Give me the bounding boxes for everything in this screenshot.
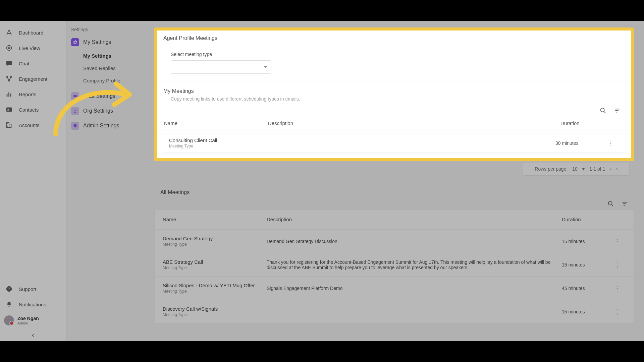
search-icon[interactable] [607, 200, 614, 207]
chat-icon [5, 60, 13, 67]
svg-point-10 [7, 109, 9, 110]
nav-contacts[interactable]: Contacts [0, 102, 66, 117]
avatar [4, 315, 14, 325]
row-menu-icon[interactable]: ⋮ [609, 284, 626, 292]
app-frame: Dashboard Live View Chat Engagement Repo… [0, 21, 644, 341]
help-icon: ? [5, 285, 13, 293]
nav-chat[interactable]: Chat [0, 56, 66, 71]
search-icon[interactable] [599, 107, 607, 114]
svg-rect-2 [6, 61, 12, 65]
table-row[interactable]: Consulting Client Call Meeting Type 30 m… [162, 133, 626, 153]
row-menu-icon[interactable]: ⋮ [609, 261, 626, 269]
col-name[interactable]: Name ↑ [164, 120, 268, 126]
row-type: Meeting Type [163, 265, 267, 270]
group-label: Chat Settings [83, 93, 115, 99]
sub-saved-replies[interactable]: Saved Replies [80, 62, 139, 74]
table-row[interactable]: ABE Strategy Call Meeting Type Thank you… [155, 253, 634, 276]
chevron-down-icon [264, 66, 267, 68]
svg-rect-9 [6, 108, 12, 112]
nav-label: Reports [19, 92, 37, 97]
chevron-down-icon: ▾ [582, 166, 585, 172]
pagination[interactable]: Rows per page: 10 ▾ 1-1 of 1 ‹ › [523, 163, 629, 175]
svg-point-3 [7, 76, 8, 78]
row-name: Silicon Slopes - Demo w/ YETI Mug Offer [163, 283, 267, 288]
row-duration: 15 minutes [562, 239, 609, 244]
letterbox-bottom [0, 341, 644, 362]
nav-engagement[interactable]: Engagement [0, 71, 66, 86]
agent-profile-card: Agent Profile Meetings Select meeting ty… [157, 31, 631, 81]
pager-next-icon[interactable]: › [616, 166, 618, 172]
nav-live-view[interactable]: Live View [0, 40, 66, 56]
branch-icon [5, 75, 13, 82]
nav-dashboard[interactable]: Dashboard [0, 25, 66, 40]
table-row[interactable]: Discovery Call w/Signals Meeting Type 15… [155, 300, 634, 323]
bell-icon [5, 301, 13, 308]
svg-rect-7 [8, 93, 9, 97]
svg-rect-8 [10, 94, 11, 97]
table-row[interactable]: Silicon Slopes - Demo w/ YETI Mug Offer … [155, 276, 634, 300]
nav-label: Dashboard [19, 30, 43, 36]
row-menu-icon[interactable]: ⋮ [609, 237, 626, 245]
row-type: Meeting Type [163, 289, 267, 294]
col-description[interactable]: Description [267, 217, 562, 222]
pager-range: 1-1 of 1 [589, 166, 605, 172]
svg-point-16 [74, 110, 76, 111]
svg-point-1 [8, 47, 10, 49]
row-menu-icon[interactable]: ⋮ [609, 308, 626, 316]
col-duration[interactable]: Duration [560, 120, 607, 126]
svg-text:?: ? [8, 287, 10, 291]
contact-card-icon [5, 106, 13, 113]
svg-point-5 [8, 80, 10, 81]
settings-group-chat[interactable]: Chat Settings [71, 92, 139, 100]
letterbox-top [0, 0, 644, 21]
row-menu-icon[interactable]: ⋮ [602, 139, 619, 147]
nav-label: Accounts [19, 122, 40, 128]
sub-my-settings[interactable]: My Settings [80, 50, 139, 62]
group-label: My Settings [83, 39, 111, 45]
nav-label: Engagement [19, 76, 47, 82]
settings-group-my[interactable]: My Settings [71, 38, 139, 46]
gear-icon [71, 38, 79, 46]
filter-icon[interactable] [621, 200, 629, 207]
nav-notifications[interactable]: Notifications [0, 297, 66, 312]
pager-prev-icon[interactable]: ‹ [610, 166, 611, 172]
svg-point-0 [7, 46, 12, 51]
chevron-left-icon: ‹ [32, 331, 34, 338]
row-name: Discovery Call w/Signals [163, 306, 267, 312]
col-name[interactable]: Name [163, 217, 267, 222]
target-icon [5, 44, 13, 52]
svg-rect-15 [73, 95, 76, 97]
left-nav: Dashboard Live View Chat Engagement Repo… [0, 21, 66, 341]
svg-point-18 [608, 201, 612, 205]
nav-accounts[interactable]: Accounts [0, 117, 66, 133]
collapse-sidebar[interactable]: ‹ [0, 329, 66, 341]
nav-reports[interactable]: Reports [0, 86, 66, 102]
row-type: Meeting Type [169, 144, 273, 148]
user-profile[interactable]: Zoe Ngan Admin [0, 312, 66, 329]
my-meetings-subtitle: Copy meeting links to use different sche… [157, 96, 631, 105]
settings-panel: Settings My Settings My Settings Saved R… [66, 21, 144, 341]
meeting-type-select[interactable] [171, 60, 271, 74]
row-name: ABE Strategy Call [163, 259, 267, 265]
org-settings-icon [71, 107, 79, 115]
row-name: Consulting Client Call [169, 137, 273, 143]
card-title: Agent Profile Meetings [157, 31, 631, 46]
nav-label: Notifications [19, 302, 46, 307]
filter-icon[interactable] [613, 107, 621, 114]
svg-rect-6 [7, 94, 8, 97]
settings-group-admin[interactable]: Admin Settings [71, 122, 139, 130]
nav-support[interactable]: ? Support [0, 281, 66, 297]
settings-group-org[interactable]: Org Settings [71, 107, 139, 115]
row-description: Signals Engagement Platform Demo [267, 286, 562, 291]
nav-label: Chat [19, 61, 30, 66]
row-type: Meeting Type [163, 312, 267, 317]
col-description[interactable]: Description [268, 120, 560, 126]
table-row[interactable]: Demand Gen Strategy Meeting Type Demand … [155, 229, 634, 253]
building-icon [5, 121, 13, 129]
col-duration[interactable]: Duration [562, 217, 609, 222]
row-duration: 30 minutes [555, 140, 602, 146]
highlighted-panel: Agent Profile Meetings Select meeting ty… [154, 27, 634, 161]
row-duration: 15 minutes [562, 309, 609, 314]
all-meetings-table: Name Description Duration Demand Gen Str… [154, 209, 634, 323]
sub-company-profile[interactable]: Company Profile [80, 74, 139, 87]
